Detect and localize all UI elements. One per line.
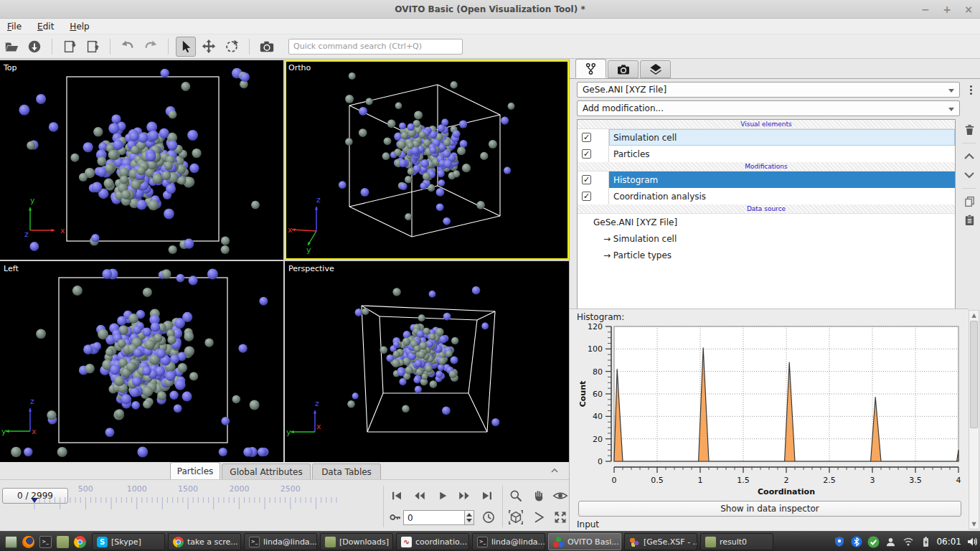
pipeline-item--particle-types[interactable]: → Particle types <box>578 247 955 263</box>
orbit-eye-button[interactable] <box>551 487 570 504</box>
previous-frame-button[interactable] <box>410 487 429 504</box>
volume-icon[interactable] <box>966 536 979 548</box>
network-wifi-icon[interactable] <box>902 536 914 548</box>
chevron-right-icon <box>532 510 546 524</box>
import-file-button[interactable] <box>60 37 80 57</box>
pipeline-item-label: → Particle types <box>578 247 955 263</box>
jump-to-start-button[interactable] <box>387 487 406 504</box>
svg-text:20: 20 <box>593 435 603 444</box>
rotate-mode-button[interactable] <box>222 37 242 57</box>
pipeline-source-selector[interactable]: GeSe.ANI [XYZ File] <box>577 82 960 98</box>
pipeline-item-particles[interactable]: ✓Particles <box>578 146 955 162</box>
pipeline-item-coordination-analysis[interactable]: ✓Coordination analysis <box>578 188 955 204</box>
frame-spinbox[interactable]: 0 <box>403 510 465 525</box>
launcher-terminal[interactable]: >_ <box>37 534 53 550</box>
redo-button[interactable] <box>141 37 161 57</box>
scrollbar-thumb[interactable] <box>970 321 978 428</box>
render-arrow-button[interactable] <box>529 509 548 526</box>
task--gese-xsf-[interactable]: [GeSe.XSF - ... <box>624 533 697 550</box>
task-result0[interactable]: result0 <box>700 533 773 550</box>
pan-viewport-button[interactable] <box>529 487 548 504</box>
move-modifier-down-button[interactable] <box>961 166 978 184</box>
battery-icon[interactable] <box>919 536 931 548</box>
visibility-checkbox[interactable]: ✓ <box>582 175 591 184</box>
export-file-button[interactable] <box>83 37 103 57</box>
panel-scrollbar[interactable]: ▲ ▼ <box>969 310 979 529</box>
timeline-ruler[interactable]: 5001000150020002500 <box>0 480 384 524</box>
viewport-ortho[interactable]: zxyOrtho <box>285 60 569 260</box>
import-remote-file-button[interactable] <box>24 37 44 57</box>
pipeline-menu-button[interactable] <box>965 82 976 98</box>
move-modifier-up-button[interactable] <box>961 147 978 166</box>
launcher-show-desktop[interactable] <box>3 534 19 550</box>
task--skype-[interactable]: S[Skype] <box>92 533 165 550</box>
tab-particles[interactable]: Particles <box>170 462 220 479</box>
pipeline-item-histogram[interactable]: ✓Histogram <box>578 171 955 188</box>
menu-help[interactable]: Help <box>70 22 89 32</box>
render-button[interactable] <box>257 37 277 57</box>
select-mode-button[interactable] <box>176 37 196 57</box>
tab-render[interactable] <box>608 60 639 78</box>
open-file-button[interactable] <box>1 37 22 57</box>
tab-pipeline[interactable] <box>575 59 606 78</box>
pipeline-item--simulation-cell[interactable]: → Simulation cell <box>578 230 955 247</box>
visibility-checkbox[interactable]: ✓ <box>582 133 591 142</box>
tab-data-tables[interactable]: Data Tables <box>312 463 381 479</box>
task--downloads-[interactable]: [Downloads] <box>320 533 393 550</box>
folder-icon <box>325 537 336 547</box>
play-button[interactable] <box>433 487 452 504</box>
viewport-left[interactable]: zyxLeft <box>0 261 283 462</box>
security-shield-icon[interactable] <box>833 536 845 548</box>
clock: 06:01 <box>936 537 961 547</box>
show-in-data-inspector-button[interactable]: Show in data inspector <box>578 501 961 517</box>
launcher-firefox[interactable] <box>20 534 36 550</box>
maximize-viewport-button[interactable] <box>551 509 570 526</box>
menu-edit[interactable]: Edit <box>37 22 54 32</box>
viewport-top[interactable]: yxzTop <box>0 60 283 260</box>
copy-pipeline-button[interactable] <box>961 192 978 211</box>
task-ovito-basi-[interactable]: OVITO Basi... <box>548 533 621 550</box>
move-mode-button[interactable] <box>199 37 219 57</box>
tab-global-attributes[interactable]: Global Attributes <box>222 463 311 479</box>
visibility-checkbox[interactable]: ✓ <box>582 192 591 201</box>
collapse-inspector-button[interactable] <box>550 466 559 476</box>
next-frame-button[interactable] <box>455 487 473 504</box>
show-desktop-icon <box>5 536 17 548</box>
launcher-chrome[interactable] <box>72 534 88 550</box>
task-linda-linda-[interactable]: >_linda@linda... <box>244 533 317 550</box>
svg-text:2500: 2500 <box>281 484 301 494</box>
delete-modifier-button[interactable] <box>961 121 978 139</box>
task-take-a-scre-[interactable]: take a scre... <box>168 533 241 550</box>
updates-ok-icon[interactable] <box>867 536 880 548</box>
chevron-up-icon <box>550 467 559 474</box>
frame-spinner[interactable] <box>465 510 474 525</box>
window-title: OVITO Basic (Open Visualization Tool) * <box>395 4 585 14</box>
task-coordinatio-[interactable]: ∿coordinatio... <box>396 533 469 550</box>
close-button[interactable]: × <box>963 4 974 15</box>
user-icon[interactable] <box>885 536 897 548</box>
task-linda-linda-[interactable]: >_linda@linda... <box>472 533 545 550</box>
visibility-checkbox[interactable]: ✓ <box>582 149 591 159</box>
animation-settings-button[interactable] <box>479 509 498 526</box>
jump-to-end-button[interactable] <box>478 487 496 504</box>
svg-text:0.5: 0.5 <box>651 476 664 485</box>
svg-text:2.5: 2.5 <box>823 476 836 485</box>
add-modification-dropdown[interactable]: Add modification... <box>577 100 960 116</box>
quick-command-search-input[interactable] <box>288 39 463 55</box>
undo-button[interactable] <box>118 37 138 57</box>
launcher-file-manager[interactable] <box>55 534 70 550</box>
pipeline-item-gese-ani-xyz-file-[interactable]: GeSe.ANI [XYZ File] <box>578 214 955 230</box>
magnifier-icon <box>509 489 523 503</box>
menu-file[interactable]: File <box>7 22 22 32</box>
pipeline-item-simulation-cell[interactable]: ✓Simulation cell <box>578 129 955 146</box>
bluetooth-icon[interactable] <box>850 536 862 548</box>
tab-overlays[interactable] <box>640 60 671 78</box>
zoom-scene-extents-button[interactable] <box>507 509 525 526</box>
animation-key-button[interactable] <box>386 509 405 526</box>
file-import-icon <box>62 39 77 55</box>
viewport-perspective[interactable]: zyxPerspective <box>285 261 569 462</box>
minimize-button[interactable]: − <box>920 4 931 15</box>
paste-clipboard-button[interactable] <box>961 211 978 230</box>
maximize-button[interactable]: + <box>941 4 953 15</box>
zoom-viewport-button[interactable] <box>507 487 525 504</box>
